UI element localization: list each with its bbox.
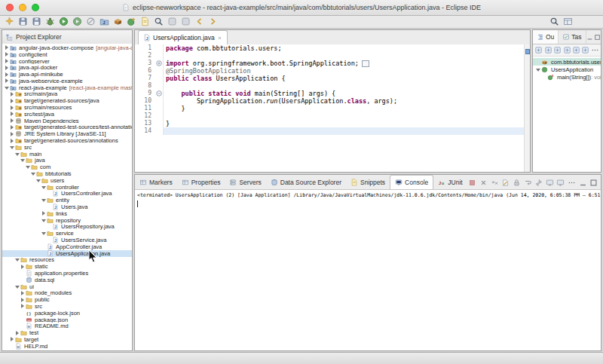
code-editor[interactable]: 1package com.bbtutorials.users;23import …: [135, 44, 525, 172]
tree-item-links[interactable]: links: [2, 210, 132, 217]
view-menu-icon[interactable]: [591, 45, 599, 55]
expand-arrow[interactable]: [9, 124, 15, 130]
maximize-icon[interactable]: [593, 32, 601, 42]
expand-arrow[interactable]: [9, 144, 15, 150]
tree-item-node-modules[interactable]: node_modules: [2, 289, 132, 296]
fold-plus-icon[interactable]: [155, 60, 164, 67]
outline-item-main-string[interactable]: Smain(String[]) : void: [533, 73, 601, 81]
tree-item-usersservice-java[interactable]: JUsersService.java: [2, 237, 132, 243]
expand-arrow[interactable]: [41, 210, 47, 216]
expand-arrow[interactable]: [41, 197, 47, 203]
tree-item-src-main-java[interactable]: src/main/java: [2, 91, 132, 98]
tab-junit[interactable]: JuJUnit: [433, 176, 467, 189]
expand-arrow[interactable]: [20, 303, 26, 309]
tree-item-users-java[interactable]: JUsers.java: [2, 203, 132, 210]
tab-console[interactable]: Console: [390, 175, 433, 189]
focus-icon[interactable]: [534, 45, 543, 55]
tree-item-repository[interactable]: repository: [2, 217, 132, 224]
tree-item-test[interactable]: test: [2, 329, 132, 336]
code-line-13[interactable]: 13}: [135, 120, 525, 127]
tab-tas[interactable]: Tas: [559, 30, 586, 44]
new-java-project-icon[interactable]: J: [98, 16, 111, 28]
expand-arrow[interactable]: [4, 65, 10, 71]
tree-item-usersapplication-java[interactable]: JUsersApplication.java: [2, 250, 132, 257]
expand-arrow[interactable]: [20, 264, 26, 270]
run-external-icon[interactable]: [71, 16, 84, 28]
tree-item-java-webservice-example[interactable]: Jjava-webservice-example: [2, 78, 132, 84]
code-line-11[interactable]: 11 }: [135, 105, 525, 112]
expand-arrow[interactable]: [20, 290, 26, 296]
tree-item-controller[interactable]: controller: [2, 184, 132, 191]
code-line-10[interactable]: 10 SpringApplication.run(UsersApplicatio…: [135, 97, 525, 105]
new-class-icon[interactable]: [125, 16, 138, 28]
expand-arrow[interactable]: [14, 283, 20, 289]
run-icon[interactable]: [57, 16, 70, 28]
expand-arrow[interactable]: [535, 66, 541, 72]
expand-arrow[interactable]: [4, 84, 10, 90]
open-perspective-icon[interactable]: [562, 16, 574, 28]
tree-item-main[interactable]: main: [2, 151, 132, 158]
expand-arrow[interactable]: [9, 91, 15, 97]
tree-item-src-test-java[interactable]: src/test/java: [2, 111, 132, 118]
tree-item-configserver[interactable]: Jconfigserver: [2, 58, 132, 65]
tab-data-source-explorer[interactable]: Data Source Explorer: [266, 176, 346, 189]
hide-non-public-icon[interactable]: [572, 45, 580, 55]
tree-item-target-generated-sources-annotations[interactable]: target/generated-sources/annotations: [2, 137, 132, 144]
tree-item-package-json[interactable]: npmpackage.json: [2, 317, 132, 323]
word-wrap-icon[interactable]: [522, 177, 534, 188]
hide-static-icon[interactable]: [562, 45, 571, 55]
tree-item-service[interactable]: service: [2, 230, 132, 237]
expand-arrow[interactable]: [9, 111, 15, 117]
display-console-icon[interactable]: [544, 177, 556, 188]
tree-item-data-sql[interactable]: data.sql: [2, 277, 132, 283]
expand-arrow[interactable]: [35, 177, 41, 183]
tree-item-src-main-resources[interactable]: src/main/resources: [2, 104, 132, 111]
expand-arrow[interactable]: [9, 131, 15, 137]
tree-item-users[interactable]: users: [2, 177, 132, 184]
last-edit-location-icon[interactable]: [179, 16, 192, 28]
code-line-3[interactable]: 3import org.springframework.boot.SpringA…: [135, 60, 525, 67]
new-wizard-icon[interactable]: [3, 16, 16, 28]
back-icon[interactable]: [193, 16, 206, 28]
tree-item-java-api-minikube[interactable]: Jjava-api-minikube: [2, 71, 132, 78]
tree-item-appcontroller-java[interactable]: JAppController.java: [2, 243, 132, 250]
tree-item-maven-dependencies[interactable]: Maven Dependencies: [2, 118, 132, 124]
expand-arrow[interactable]: [14, 151, 20, 157]
editor-tab-usersapplication[interactable]: J UsersApplication.java: [138, 30, 228, 44]
fold-minus-icon[interactable]: [155, 90, 164, 97]
pin-console-icon[interactable]: [533, 177, 544, 188]
tree-item-src[interactable]: src: [2, 303, 132, 310]
code-line-12[interactable]: 12: [135, 112, 525, 120]
tree-item-src[interactable]: src: [2, 144, 132, 151]
tab-properties[interactable]: Properties: [177, 176, 225, 189]
expand-arrow[interactable]: [9, 105, 15, 111]
tree-item-usersrepository-java[interactable]: JUsersRepository.java: [2, 224, 132, 231]
new-snippet-icon[interactable]: [139, 16, 152, 28]
expand-arrow[interactable]: [9, 118, 15, 124]
expand-arrow[interactable]: [20, 158, 26, 164]
tree-item-configclient[interactable]: Jconfigclient: [2, 51, 132, 58]
expand-arrow[interactable]: [14, 330, 20, 336]
code-line-9[interactable]: 9 public static void main(String[] args)…: [135, 90, 525, 97]
tree-item-application-properties[interactable]: application.properties: [2, 270, 132, 277]
tree-item-help-md[interactable]: MHELP.md: [2, 343, 132, 350]
code-line-6[interactable]: 6@SpringBootApplication: [135, 67, 525, 75]
tree-item-static[interactable]: static: [2, 263, 132, 270]
code-line-2[interactable]: 2: [135, 52, 525, 60]
expand-arrow[interactable]: [4, 72, 10, 78]
console-output[interactable]: <terminated> UsersApplication (2) [Java …: [135, 190, 601, 350]
open-console-icon[interactable]: [556, 177, 567, 188]
expand-arrow[interactable]: [25, 164, 31, 170]
skip-breakpoints-icon[interactable]: [84, 16, 97, 28]
expand-arrow[interactable]: [20, 297, 26, 303]
tree-item-userscontroller-java[interactable]: JUsersController.java: [2, 191, 132, 197]
new-package-icon[interactable]: [112, 16, 124, 28]
forward-icon[interactable]: [207, 16, 219, 28]
code-line-7[interactable]: 7public class UsersApplication {: [135, 75, 525, 82]
tab-ou[interactable]: Ou: [533, 30, 559, 44]
expand-arrow[interactable]: [9, 336, 15, 342]
tree-item-angular-java-docker-compose[interactable]: Jangular-java-docker-compose[angular-jav…: [2, 44, 132, 51]
open-task-icon[interactable]: [166, 16, 179, 28]
code-line-1[interactable]: 1package com.bbtutorials.users;: [135, 44, 525, 52]
terminate-icon[interactable]: [467, 177, 479, 188]
